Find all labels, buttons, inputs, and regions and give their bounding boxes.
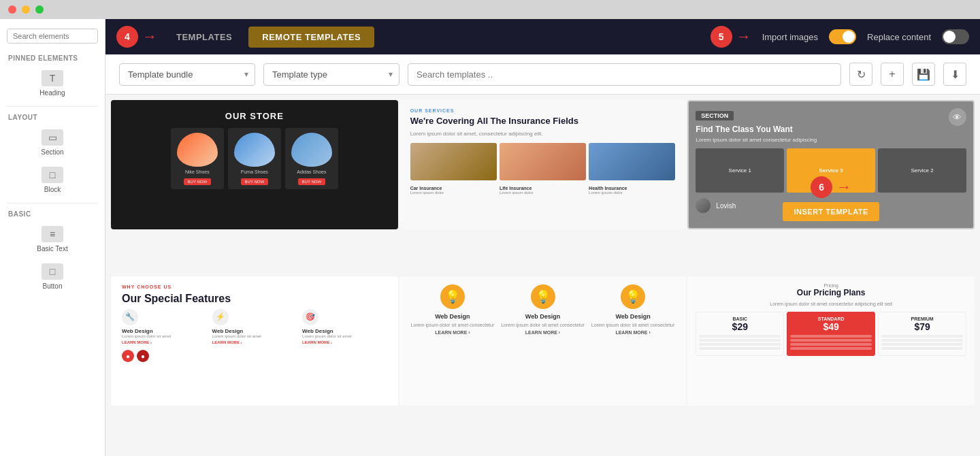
basic-tier: BASIC [699, 316, 781, 321]
feat-icon-1: 🔧 [122, 309, 138, 325]
shoe-2: Puma Shoes BUY NOW [228, 128, 281, 189]
feature-2: ⚡ Web Design Lorem ipsum dolor sit amet … [212, 309, 297, 345]
step6-badge: 6 [811, 176, 832, 198]
section-icon: ▭ [42, 129, 63, 146]
sidebar-item-basictext[interactable]: ≡ Basic Text [0, 221, 105, 258]
refresh-button[interactable]: ↻ [849, 63, 872, 86]
insurance-services-label: OUR SERVICES [410, 108, 676, 113]
search-input[interactable] [7, 29, 98, 44]
maximize-dot[interactable] [35, 5, 44, 14]
sidebar-item-section[interactable]: ▭ Section [0, 124, 105, 161]
replace-content-toggle[interactable] [942, 29, 969, 44]
pricing-desc: Lorem ipsum dolor sit amet consectetur a… [696, 302, 966, 306]
ins-cat-text-2: Lorem ipsum dolor [500, 191, 586, 195]
feat-icon-2: ⚡ [212, 309, 229, 325]
template-card-store[interactable]: OUR STORE Nike Shoes BUY NOW Puma Shoes [111, 100, 398, 229]
red-buttons: ● ● [122, 350, 387, 362]
minimize-dot[interactable] [22, 5, 30, 14]
pricing-label: Pricing [696, 283, 966, 288]
web-item-2: 💡 Web Design Lorem ipsum dolor sit amet … [500, 284, 585, 335]
web-text-1: Lorem ipsum dolor sit amet consectetur [411, 322, 495, 328]
os-bar [0, 0, 980, 19]
feat-link-3: LEARN MORE › [302, 340, 387, 344]
main-content: 4 → TEMPLATES REMOTE TEMPLATES 5 → Impor… [105, 19, 980, 456]
template-card-insurance[interactable]: OUR SERVICES We're Covering All The Insu… [399, 100, 687, 229]
std-row-2 [790, 339, 872, 342]
sidebar-item-button[interactable]: □ Button [0, 258, 105, 295]
bulb-icon-2: 💡 [531, 284, 555, 309]
template-search-input[interactable] [408, 63, 841, 86]
sidebar-item-heading[interactable]: T Heading [0, 65, 105, 102]
insurance-title: We're Covering All The Insurance Fields [410, 116, 676, 127]
insert-template-button[interactable]: INSERT TEMPLATE [783, 202, 879, 221]
std-row-1 [790, 335, 872, 338]
tab-bar: 4 → TEMPLATES REMOTE TEMPLATES 5 → Impor… [105, 19, 980, 54]
feat-text-1: Lorem ipsum dolor sit amet [122, 334, 207, 340]
shoe-3: Adidas Shoes BUY NOW [285, 128, 338, 189]
tab-remote-btn[interactable]: REMOTE TEMPLATES [248, 27, 374, 48]
card-insurance-content: OUR SERVICES We're Covering All The Insu… [399, 100, 687, 229]
template-card-pricing[interactable]: Pricing Our Pricing Plans Lorem ipsum do… [687, 276, 975, 406]
template-card-features[interactable]: WHY CHOOSE US Our Special Features 🔧 Web… [111, 276, 398, 406]
insurance-desc: Lorem ipsum dolor sit amet, consectetur … [410, 130, 676, 137]
feat-title-3: Web Design [302, 328, 387, 334]
button-label: Button [43, 282, 63, 290]
shoe-img-2 [234, 133, 275, 167]
ins-cat-text-3: Lorem ipsum dolor [589, 191, 675, 195]
feat-title-1: Web Design [122, 328, 207, 334]
web-item-1: 💡 Web Design Lorem ipsum dolor sit amet … [410, 284, 495, 335]
ins-cat-text-1: Lorem ipsum dolor [410, 191, 497, 195]
basic-row-2 [699, 339, 781, 342]
add-icon: + [889, 68, 895, 80]
import-images-toggle[interactable] [829, 29, 856, 44]
sidebar-item-block[interactable]: □ Block [0, 161, 105, 199]
template-type-select[interactable]: Template type [263, 63, 399, 86]
add-button[interactable]: + [881, 63, 904, 86]
feature-1: 🔧 Web Design Lorem ipsum dolor sit amet … [122, 309, 207, 345]
find-class-desc: Lorem ipsum dolor sit amet consectetur a… [696, 137, 966, 143]
ins-img-1 [410, 143, 497, 180]
shoe-label-2: Puma Shoes [241, 169, 268, 174]
template-card-service[interactable]: SECTION 👁 Find The Class You Want Lorem … [687, 100, 975, 229]
tab-right-controls: 5 → Import images Replace content [710, 26, 969, 48]
feat-text-2: Lorem ipsum dolor sit amet [212, 334, 297, 340]
shoe-1: Nike Shoes BUY NOW [171, 128, 224, 189]
save-button[interactable]: 💾 [912, 63, 935, 86]
step6-arrow: → [836, 180, 851, 195]
button-icon: □ [42, 263, 63, 280]
premium-rows [881, 335, 963, 350]
red-btn-2: ● [137, 350, 149, 362]
close-dot[interactable] [8, 5, 16, 14]
heading-label: Heading [39, 89, 65, 97]
card-webdesign-content: 💡 Web Design Lorem ipsum dolor sit amet … [399, 276, 687, 406]
shoe-btn-1: BUY NOW [184, 178, 212, 185]
import-images-label: Import images [762, 32, 818, 42]
premium-price: $79 [881, 321, 963, 332]
card-store-content: OUR STORE Nike Shoes BUY NOW Puma Shoes [111, 100, 398, 229]
std-row-3 [790, 343, 872, 346]
price-card-basic: BASIC $29 [696, 312, 784, 356]
insurance-cats: Car Insurance Lorem ipsum dolor Life Ins… [410, 186, 676, 195]
download-button[interactable]: ⬇ [943, 63, 966, 86]
tab-templates-btn[interactable]: TEMPLATES [163, 27, 246, 48]
web-text-2: Lorem ipsum dolor sit amet consectetur [501, 322, 585, 328]
why-choose-label: WHY CHOOSE US [122, 284, 387, 289]
heading-icon: T [42, 70, 63, 86]
ins-cat-3: Health Insurance Lorem ipsum dolor [589, 186, 675, 195]
filters-bar: Template bundle Template type ↻ + [105, 54, 980, 95]
bulb-icon-3: 💡 [621, 284, 645, 309]
eye-icon[interactable]: 👁 [949, 108, 966, 126]
sidebar: PINNED ELEMENTS T Heading LAYOUT ▭ Secti… [0, 19, 105, 456]
sidebar-divider-2 [7, 203, 98, 203]
ins-cat-2: Life Insurance Lorem ipsum dolor [500, 186, 586, 195]
special-title: Our Special Features [122, 292, 387, 305]
basictext-icon: ≡ [42, 226, 63, 242]
learn-more-2: LEARN MORE › [525, 330, 560, 335]
feat-link-1: LEARN MORE › [122, 340, 207, 344]
shoe-btn-2: BUY NOW [241, 178, 269, 185]
template-bundle-select[interactable]: Template bundle [119, 63, 255, 86]
sidebar-divider-1 [7, 106, 98, 107]
web-title-2: Web Design [525, 313, 560, 320]
step5-arrow: → [736, 29, 751, 44]
template-card-webdesign[interactable]: 💡 Web Design Lorem ipsum dolor sit amet … [399, 276, 687, 406]
